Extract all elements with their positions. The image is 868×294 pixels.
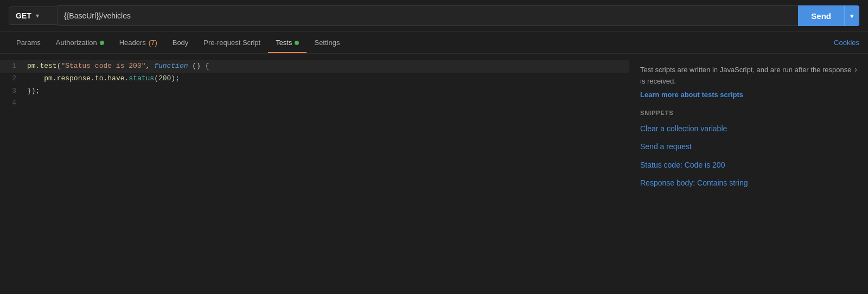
line-content-1: pm.test("Status code is 200", function (… xyxy=(27,61,629,72)
send-btn-wrapper: Send ▾ xyxy=(798,5,859,26)
cookies-link[interactable]: Cookies xyxy=(834,39,859,47)
send-arrow-button[interactable]: ▾ xyxy=(844,5,859,26)
top-bar: GET ▾ Send ▾ xyxy=(0,0,868,32)
method-label: GET xyxy=(16,11,31,20)
snippet-send-request[interactable]: Send a request xyxy=(640,142,857,152)
url-input[interactable] xyxy=(58,5,798,26)
line-number-4: 4 xyxy=(0,98,27,109)
tab-body[interactable]: Body xyxy=(165,32,196,53)
tab-authorization[interactable]: Authorization xyxy=(48,32,112,53)
right-panel: Test scripts are written in JavaScript, … xyxy=(629,54,868,293)
right-arrow-icon: › xyxy=(854,65,857,74)
learn-link[interactable]: Learn more about tests scripts xyxy=(640,91,857,99)
snippets-label: SNIPPETS xyxy=(640,110,857,116)
line-content-2: pm.response.to.have.status(200); xyxy=(27,73,629,85)
code-line-1: 1 pm.test("Status code is 200", function… xyxy=(0,60,629,73)
tab-pre-request-label: Pre-request Script xyxy=(203,39,260,47)
code-line-4: 4 xyxy=(0,97,629,110)
tab-params-label: Params xyxy=(16,39,41,47)
tab-settings[interactable]: Settings xyxy=(307,32,347,53)
info-section: Test scripts are written in JavaScript, … xyxy=(640,65,857,87)
send-button[interactable]: Send xyxy=(798,5,844,26)
line-number-2: 2 xyxy=(0,73,27,85)
tab-authorization-label: Authorization xyxy=(56,39,97,47)
tabs-bar: Params Authorization Headers (7) Body Pr… xyxy=(0,32,868,54)
tab-tests-label: Tests xyxy=(276,39,292,47)
headers-count: (7) xyxy=(149,39,157,47)
method-selector[interactable]: GET ▾ xyxy=(9,7,58,25)
tab-params[interactable]: Params xyxy=(9,32,48,53)
code-line-3: 3 }); xyxy=(0,85,629,98)
info-text: Test scripts are written in JavaScript, … xyxy=(640,65,857,87)
main-content: 1 pm.test("Status code is 200", function… xyxy=(0,54,868,293)
snippet-clear-collection[interactable]: Clear a collection variable xyxy=(640,124,857,135)
tab-headers-label: Headers xyxy=(119,39,146,47)
method-chevron-icon: ▾ xyxy=(36,12,39,20)
tab-settings-label: Settings xyxy=(314,39,340,47)
tab-headers[interactable]: Headers (7) xyxy=(112,32,165,53)
line-content-3: }); xyxy=(27,86,629,97)
authorization-dot-icon xyxy=(100,41,104,45)
code-line-2: 2 pm.response.to.have.status(200); xyxy=(0,73,629,85)
code-editor[interactable]: 1 pm.test("Status code is 200", function… xyxy=(0,54,629,293)
tab-body-label: Body xyxy=(173,39,189,47)
tests-dot-icon xyxy=(295,41,299,45)
line-number-3: 3 xyxy=(0,86,27,97)
tab-tests[interactable]: Tests xyxy=(268,32,307,53)
tab-pre-request[interactable]: Pre-request Script xyxy=(196,32,268,53)
snippet-response-body[interactable]: Response body: Contains string xyxy=(640,178,857,189)
snippet-status-code[interactable]: Status code: Code is 200 xyxy=(640,160,857,171)
line-number-1: 1 xyxy=(0,61,27,72)
